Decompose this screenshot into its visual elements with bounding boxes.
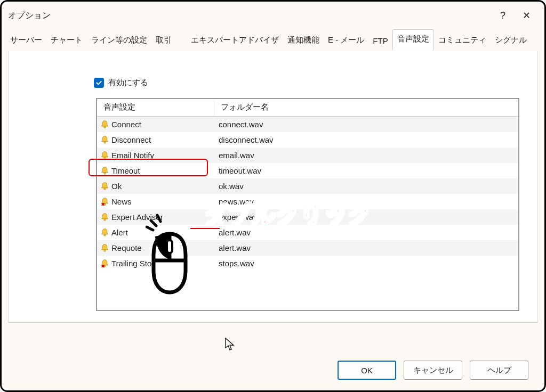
bell-off-icon [100,259,109,268]
titlebar: オプション ? ✕ [2,2,544,29]
svg-point-4 [104,188,106,190]
ok-button[interactable]: OK [338,361,396,380]
cursor-icon [224,337,235,353]
bell-icon [100,120,109,129]
sound-file: timeout.wav [214,166,518,175]
table-row[interactable]: Newsnews.wav [97,194,518,209]
table-body: Connectconnect.wavDisconnectdisconnect.w… [97,117,518,271]
dialog-buttons: OK キャンセル ヘルプ [338,361,528,380]
sound-file: stops.wav [214,259,518,268]
table-row[interactable]: Trailing Stopstops.wav [97,256,518,271]
sound-name: Disconnect [111,135,151,144]
svg-point-6 [104,219,106,220]
sound-file: disconnect.wav [214,135,518,144]
sound-file: email.wav [214,151,518,160]
sound-name: Trailing Stop [111,259,156,268]
sound-name: Requote [111,243,142,252]
sound-name: Timeout [111,166,140,175]
sound-name: Expert Advisor [111,213,163,222]
table-row[interactable]: Requotealert.wav [97,240,518,256]
sound-file: news.wav [214,197,518,206]
tab-7[interactable]: FTP [368,32,392,51]
table-row[interactable]: Okok.wav [97,178,518,194]
tabs-bar: サーバーチャートライン等の設定取引エキスパートアドバイザ通知機能E - メールF… [2,29,544,51]
table-row[interactable]: Email Notifyemail.wav [97,148,518,163]
table-header: 音声設定 フォルダー名 [97,99,518,117]
sound-name: Ok [111,182,122,191]
sound-settings-panel: 有効にする 音声設定 フォルダー名 Connectconnect.wavDisc… [8,51,538,323]
help-icon[interactable]: ? [491,10,515,21]
table-row[interactable]: Disconnectdisconnect.wav [97,132,518,148]
bell-icon [100,213,109,222]
bell-icon [100,228,109,237]
svg-point-7 [104,234,106,236]
sound-name: News [111,197,132,206]
bell-icon [100,182,109,191]
svg-point-1 [104,142,106,143]
bell-icon [100,151,109,160]
table-row[interactable]: Connectconnect.wav [97,117,518,132]
table-row[interactable]: Expert Advisorexpert.wav [97,209,518,225]
tab-1[interactable]: チャート [46,31,87,51]
sound-file: connect.wav [214,120,518,129]
header-sound-setting[interactable]: 音声設定 [97,99,214,116]
bell-icon [100,135,109,144]
table-row[interactable]: Alertalert.wav [97,225,518,240]
bell-icon [100,166,109,175]
tab-5[interactable]: 通知機能 [283,31,324,51]
header-folder-name[interactable]: フォルダー名 [214,99,518,116]
enable-checkbox[interactable] [94,78,104,88]
table-row[interactable]: Timeouttimeout.wav [97,163,518,178]
tab-0[interactable]: サーバー [6,31,46,51]
sound-name: Email Notify [111,151,154,160]
options-dialog: オプション ? ✕ サーバーチャートライン等の設定取引エキスパートアドバイザ通知… [0,0,546,392]
sound-file: ok.wav [214,182,518,191]
svg-point-3 [104,173,106,174]
help-button[interactable]: ヘルプ [470,361,528,380]
cancel-button[interactable]: キャンセル [404,361,462,380]
sound-file: alert.wav [214,243,518,252]
tab-10[interactable]: シグナル [491,31,531,51]
svg-point-8 [104,250,106,251]
tab-3[interactable]: 取引 [151,31,176,51]
tab-4[interactable]: エキスパートアドバイザ [187,31,283,51]
tab-9[interactable]: コミュニティ [434,31,491,51]
tab-2[interactable]: ライン等の設定 [87,31,151,51]
bell-icon [100,243,109,252]
close-icon[interactable]: ✕ [515,10,538,21]
sound-file: expert.wav [214,213,518,222]
enable-row: 有効にする [94,78,148,88]
sound-table: 音声設定 フォルダー名 Connectconnect.wavDisconnect… [96,98,519,311]
sound-name: Alert [111,228,128,237]
dialog-title: オプション [8,10,51,21]
sound-file: alert.wav [214,228,518,237]
svg-point-0 [104,126,106,128]
sound-name: Connect [111,120,141,129]
svg-point-2 [104,157,106,159]
bell-off-icon [100,197,109,206]
tab-8[interactable]: 音声設定 [392,29,434,51]
enable-label: 有効にする [108,78,148,88]
tab-6[interactable]: E - メール [324,31,368,51]
